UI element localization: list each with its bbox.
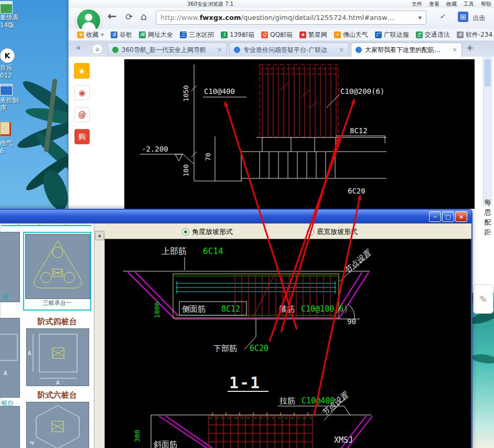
template-item-partial-left-2[interactable]: A <box>0 318 20 398</box>
template-caption: 三桩承台一 <box>24 299 90 307</box>
template-heading: 阶式六桩台 <box>23 389 91 400</box>
minimize-button[interactable]: ─ <box>429 211 441 222</box>
stirrups-red <box>209 275 330 448</box>
svg-text:斜面筋: 斜面筋 <box>154 440 177 448</box>
maximize-button[interactable]: □ <box>442 211 454 222</box>
six-pile-thumbnail: A <box>27 402 89 448</box>
radio-angle-slope[interactable]: 角度放坡形式 <box>182 227 233 237</box>
template-item-six-pile[interactable]: 阶式六桩台 A <box>23 389 91 448</box>
new-tab-button[interactable]: + <box>466 42 474 53</box>
close-button[interactable]: × <box>455 211 467 222</box>
weibo-icon: ◉ <box>79 88 85 98</box>
page-sidebar-mail[interactable]: @ <box>74 107 90 122</box>
scroll-up-button[interactable]: ▲ <box>95 231 104 240</box>
svg-text:1-1: 1-1 <box>229 374 261 392</box>
partial-thumbnail: A <box>0 318 19 397</box>
page-sidebar-weibo[interactable]: ◉ <box>74 85 90 100</box>
sliver-char: 配 <box>481 217 494 227</box>
caret-down-icon: ▾ <box>101 31 104 38</box>
svg-text:70: 70 <box>204 153 212 161</box>
section-labels: 上部筋 6C14 侧面筋 8C12 箍筋 C10@100(6) 90 下部筋 6… <box>133 246 373 448</box>
page-scrollbar[interactable] <box>483 57 492 206</box>
grid-glyph: ⊞ <box>460 13 466 21</box>
svg-text:下部筋: 下部筋 <box>213 344 237 353</box>
cad-canvas-section[interactable]: 上部筋 6C14 侧面筋 8C12 箍筋 C10@100(6) 90 下部筋 6… <box>104 239 471 448</box>
tab-close-icon[interactable]: × <box>217 46 222 54</box>
tab-rebar-question[interactable]: 大家帮我看下这里的配筋都是 × <box>351 42 462 57</box>
svg-text:A: A <box>28 440 36 445</box>
pen-gadget[interactable]: ✎ <box>473 284 493 314</box>
bookmark-139mail[interactable]: 1139邮箱 <box>221 30 254 39</box>
top-cad-labels: C10@400 C10@200(6) 8C12 6C20 -2.200 1050… <box>142 85 384 195</box>
browser-toolbar: ← ⟳ ⌂ http://www.fwxgx.com/question/gimq… <box>69 8 494 29</box>
white-geometry <box>123 257 371 448</box>
shop-icon: 购 <box>79 132 86 142</box>
template-item-partial-left-1[interactable] <box>0 232 20 302</box>
k-logo-letter: K <box>5 51 10 60</box>
tab-close-icon[interactable]: × <box>339 46 344 54</box>
k-logo-icon: K <box>0 48 15 63</box>
bookmark-sites[interactable]: 网网址大全 <box>139 30 173 39</box>
scroll-up-icon: ▲ <box>98 233 101 238</box>
svg-text:8C12: 8C12 <box>221 304 240 314</box>
menu-file[interactable]: 文件 <box>412 1 422 8</box>
svg-text:6C20: 6C20 <box>348 187 366 195</box>
tab-360-nav[interactable]: 360导航_新一代安全上网导航 × <box>108 42 227 57</box>
svg-text:300: 300 <box>133 430 141 442</box>
svg-text:8C12: 8C12 <box>350 126 368 135</box>
svg-text:C10@200(6): C10@200(6) <box>340 87 384 95</box>
page-sidebar-star[interactable]: ★ <box>74 63 90 79</box>
hint-label[interactable]: 点击 <box>472 14 485 23</box>
page-sidebar-shop[interactable]: 购 <box>74 129 90 144</box>
tab-favicon <box>356 47 362 53</box>
refresh-button[interactable]: ⟳ <box>125 12 133 22</box>
tab-close-icon[interactable]: × <box>452 46 457 54</box>
bookmark-favorites[interactable]: ★收藏▾ <box>77 30 104 39</box>
back-button[interactable]: ← <box>108 10 117 23</box>
pen-icon: ✎ <box>479 294 487 305</box>
svg-text:C10@100(6): C10@100(6) <box>301 304 348 314</box>
scrollbar-thumb[interactable] <box>485 59 491 87</box>
svg-text:C10@400: C10@400 <box>204 87 235 95</box>
bookmark-sanshui[interactable]: 三三水区招 <box>180 30 214 39</box>
tab-qa-platform[interactable]: 专业造价问题答疑平台-广联达 × <box>229 42 349 57</box>
bookmark-glodon[interactable]: 广广联达服 <box>375 30 409 39</box>
bookmark-weather[interactable]: ☀佛山天气 <box>334 30 368 39</box>
sliver-char: 距 <box>481 227 494 237</box>
panel-scrollbar[interactable]: ▲ <box>94 223 104 448</box>
svg-text:拉筋: 拉筋 <box>280 396 295 406</box>
template-item-three-pile[interactable]: 三桩承台一 <box>23 232 91 311</box>
slope-mode-options: 角度放坡形式 底宽放坡形式 <box>104 223 471 239</box>
svg-text:XMSJ: XMSJ <box>334 435 353 445</box>
window-icon <box>0 84 13 95</box>
address-dropdown-icon[interactable]: ▾ <box>418 14 422 22</box>
check-icon[interactable]: ✔ <box>440 13 446 20</box>
tab-bar: « ⌂ 360导航_新一代安全上网导航 × 专业造价问题答疑平台-广联达 × 大… <box>69 41 494 57</box>
svg-text:1050: 1050 <box>182 85 190 101</box>
tab-scroll-left-button[interactable]: « <box>76 43 81 52</box>
radio-selected-icon <box>182 228 189 236</box>
menu-favorites[interactable]: 收藏 <box>446 1 457 8</box>
bookmark-traffic[interactable]: 交交通违法 <box>416 30 450 39</box>
home-button[interactable]: ⌂ <box>141 10 147 22</box>
svg-text:-2.200: -2.200 <box>142 145 168 153</box>
menu-help[interactable]: 帮助 <box>481 1 491 8</box>
tab-home-button[interactable]: ⌂ <box>92 44 103 55</box>
address-bar[interactable]: http://www.fwxgx.com/question/gimq/detai… <box>156 10 426 25</box>
cap-outline-magenta <box>128 272 372 448</box>
radio-width-slope[interactable]: 底宽放坡形式 <box>307 227 358 237</box>
svg-text:100: 100 <box>182 164 190 176</box>
bookmark-fanxing[interactable]: ★繁星网 <box>299 30 327 39</box>
snapshot-icon[interactable]: ⊞ <box>458 12 468 22</box>
dialog-titlebar[interactable]: ─ □ × <box>0 210 471 223</box>
tab-favicon <box>234 47 240 53</box>
bookmark-qqmail[interactable]: QQQ邮箱 <box>261 30 293 39</box>
dialog-window: ─ □ × ▲ 台 <box>0 209 472 448</box>
template-item-partial-left-3[interactable] <box>0 406 20 448</box>
bookmark-google[interactable]: 8谷歌 <box>111 30 132 39</box>
menu-view[interactable]: 查看 <box>429 1 439 8</box>
template-item-four-pile[interactable]: 阶式四桩台 A A <box>23 316 91 397</box>
bookmark-software[interactable]: ⚙软件-234 <box>457 30 492 39</box>
menu-tools[interactable]: 工具 <box>464 1 474 8</box>
svg-text:A: A <box>4 370 7 377</box>
